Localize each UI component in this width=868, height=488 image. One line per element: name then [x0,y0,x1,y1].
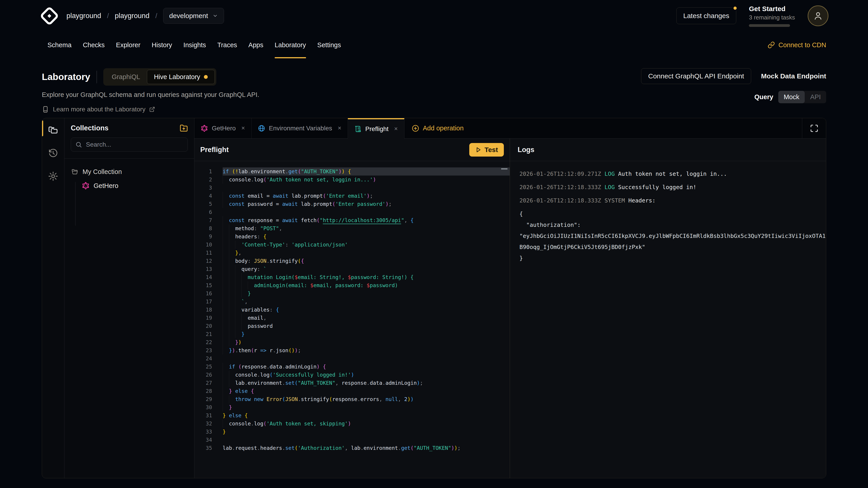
code-line: 27lab.environment.set("AUTH_TOKEN", resp… [194,379,510,387]
connect-to-cdn-label: Connect to CDN [778,41,826,49]
code-line: 26console.log('Successfully logged in!') [194,371,510,379]
user-icon [813,11,823,21]
learn-more-label: Learn more about the Laboratory [53,106,145,113]
history-icon[interactable] [48,148,59,159]
nav-item-history[interactable]: History [146,32,178,58]
nav-item-insights[interactable]: Insights [178,32,212,58]
query-mode-mock[interactable]: Mock [778,91,805,103]
nav-item-laboratory[interactable]: Laboratory [269,32,312,58]
nav-item-traces[interactable]: Traces [212,32,243,58]
code-line: 9headers: { [194,232,510,240]
line-number: 27 [194,379,212,387]
tab-bar: GetHero×Environment Variables×Preflight×… [194,118,826,138]
code-line: 20password [194,322,510,330]
breadcrumb-project[interactable]: playground [115,12,149,20]
code-line: 17`, [194,297,510,306]
nav-item-settings[interactable]: Settings [312,32,347,58]
code-line: 21} [194,330,510,338]
line-number: 31 [194,412,212,420]
tab-environment-variables[interactable]: Environment Variables× [252,118,348,138]
learn-more-link[interactable]: Learn more about the Laboratory [42,106,259,113]
play-icon [475,147,482,153]
code-line: 23}).then(r => r.json()); [194,346,510,355]
get-started-widget[interactable]: Get Started 3 remaining tasks [749,5,795,27]
code-line: 16} [194,289,510,297]
nav-item-schema[interactable]: Schema [42,32,77,58]
code-line: 25if (response.data.adminLogin) { [194,363,510,371]
query-mode-label: Query [754,93,773,101]
logs-panel: Logs 2026-01-26T12:12:09.271Z LOG Auth t… [510,138,826,478]
code-line: 8method: "POST", [194,224,510,232]
log-line: } [520,253,826,264]
tab-label: GetHero [212,125,236,132]
line-number: 32 [194,420,212,428]
collections-title: Collections [71,124,108,132]
logs-title: Logs [518,146,534,154]
line-number: 13 [194,265,212,273]
code-line: 29throw new Error(JSON.stringify(respons… [194,395,510,403]
line-number: 23 [194,346,212,355]
fullscreen-icon[interactable] [802,118,826,138]
globe-icon [258,125,265,132]
connect-graphql-api-endpoint-button[interactable]: Connect GraphQL API Endpoint [641,68,751,84]
page-description: Explore your GraphQL schema and run quer… [42,91,259,98]
line-number: 34 [194,436,212,444]
sidebar-icon-rail [42,118,64,478]
close-icon[interactable]: × [241,125,245,132]
code-line: 31} else { [194,412,510,420]
connect-to-cdn-link[interactable]: Connect to CDN [768,32,826,58]
line-number: 5 [194,200,212,208]
log-line: 2026-01-26T12:12:09.271Z LOG Auth token … [520,168,826,180]
close-icon[interactable]: × [338,125,341,132]
code-editor[interactable]: 1if (!lab.environment.get("AUTH_TOKEN"))… [194,161,510,478]
log-line: 2026-01-26T12:12:18.333Z SYSTEM Headers: [520,195,826,206]
mode-option-graphiql[interactable]: GraphiQL [105,70,147,84]
add-operation-button[interactable]: Add operation [404,118,471,138]
nav-item-checks[interactable]: Checks [77,32,110,58]
mode-option-hive-laboratory[interactable]: Hive Laboratory [147,70,215,84]
get-started-progressbar [749,24,790,27]
folder-open-icon [71,168,79,175]
get-started-title: Get Started [749,5,795,13]
query-mode-api[interactable]: API [805,91,826,103]
latest-changes-button[interactable]: Latest changes [676,7,736,24]
target-selector-dropdown[interactable]: development [163,8,224,24]
close-icon[interactable]: × [394,125,398,132]
code-line: 15adminLogin(email: $email, password: $p… [194,281,510,289]
logs-output: 2026-01-26T12:12:09.271Z LOG Auth token … [510,161,826,478]
line-number: 2 [194,175,212,184]
page-title: Laboratory [42,72,90,82]
line-number: 17 [194,297,212,306]
tab-gethero[interactable]: GetHero× [194,118,252,138]
line-number: 19 [194,314,212,322]
new-collection-folder-plus-icon[interactable] [180,124,188,132]
new-feature-dot [204,75,208,79]
line-number: 30 [194,403,212,412]
tab-label: Add operation [423,125,464,132]
search-input[interactable] [71,138,188,152]
avatar[interactable] [808,5,829,26]
line-number: 25 [194,363,212,371]
operation-item-gethero[interactable]: GetHero [82,182,187,190]
code-line: 2console.log('Auth token not set, loggin… [194,175,510,184]
code-line: 12body: JSON.stringify({ [194,257,510,265]
script-icon [354,125,362,133]
code-line: 7const response = await fetch("http://lo… [194,216,510,224]
breadcrumb-org[interactable]: playground [66,12,101,20]
line-number: 6 [194,208,212,216]
tab-preflight[interactable]: Preflight× [348,118,404,138]
code-line: 19email, [194,314,510,322]
line-number: 8 [194,224,212,232]
settings-gear-icon[interactable] [48,170,59,182]
collection-folder-my-collection[interactable]: My Collection [71,168,187,175]
code-line: 6 [194,208,510,216]
collections-icon[interactable] [48,125,59,136]
line-number: 7 [194,216,212,224]
code-line: 28} else { [194,387,510,395]
nav-item-explorer[interactable]: Explorer [110,32,146,58]
nav-item-apps[interactable]: Apps [243,32,269,58]
mock-data-endpoint-button[interactable]: Mock Data Endpoint [761,72,826,80]
graphql-icon [82,182,90,190]
code-line: 3 [194,184,510,192]
test-button[interactable]: Test [469,143,504,157]
